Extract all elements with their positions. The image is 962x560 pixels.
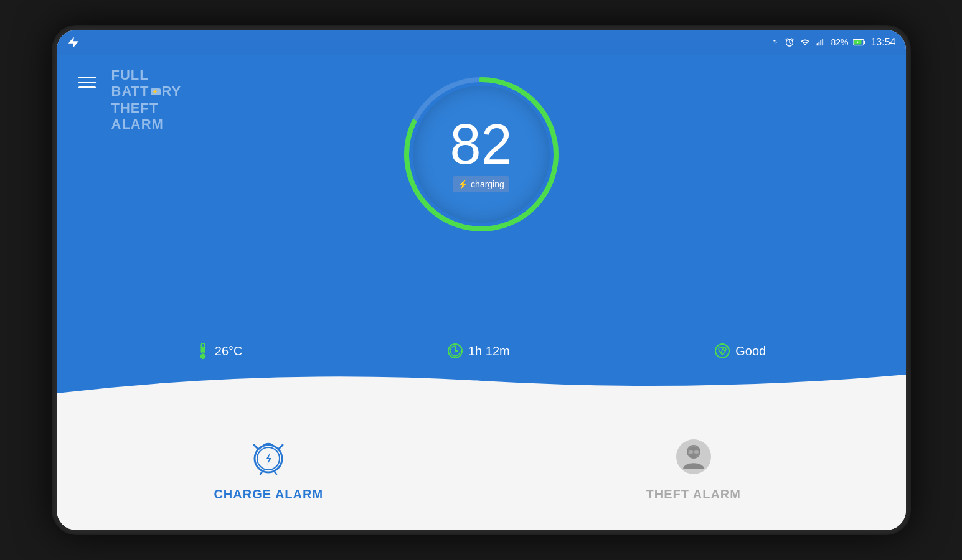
stats-row: 26°C 1h 12m — [57, 334, 906, 368]
app-status-icon — [67, 35, 80, 49]
gauge-inner: 82 ⚡ charging — [413, 86, 550, 223]
charge-alarm-button[interactable]: CHARGE ALARM — [57, 406, 482, 530]
svg-rect-1 — [819, 42, 820, 45]
svg-rect-27 — [694, 450, 699, 454]
main-area: FULL BATT ⚡ RY THEFT ALARM — [57, 55, 906, 406]
temperature-value: 26°C — [215, 344, 243, 358]
charge-alarm-svg — [247, 435, 290, 478]
theft-alarm-button[interactable]: THEFT ALARM — [481, 406, 906, 530]
status-bar: 82% 13:54 — [57, 30, 906, 55]
device-screen: 82% 13:54 — [57, 30, 906, 530]
plug-icon: ⚡ charging — [458, 179, 504, 189]
alarm-status-icon — [785, 37, 795, 47]
status-right: 82% 13:54 — [771, 37, 895, 48]
status-left — [67, 35, 80, 49]
device-frame: 82% 13:54 — [52, 25, 911, 535]
svg-rect-10 — [202, 347, 204, 352]
wifi-icon — [799, 38, 811, 47]
battery-percent-text: 82% — [831, 37, 848, 47]
top-section: FULL BATT ⚡ RY THEFT ALARM — [57, 55, 906, 334]
app-title-line4: ALARM — [111, 116, 182, 133]
svg-line-19 — [279, 445, 283, 449]
charge-alarm-icon — [247, 435, 290, 478]
svg-line-22 — [274, 471, 276, 474]
battery-gauge: 82 ⚡ charging — [394, 67, 568, 241]
hamburger-menu[interactable] — [75, 73, 99, 91]
menu-line-1 — [78, 77, 96, 78]
app-title-line2: BATT ⚡ RY — [111, 83, 182, 100]
theft-alarm-icon — [672, 435, 715, 478]
svg-rect-0 — [817, 43, 818, 45]
app-title-line3: THEFT — [111, 100, 182, 116]
health-value: Good — [735, 344, 766, 358]
battery-icon — [853, 39, 865, 46]
thermometer-icon — [196, 342, 210, 360]
app-title: FULL BATT ⚡ RY THEFT ALARM — [111, 67, 182, 133]
menu-line-2 — [78, 82, 96, 83]
menu-line-3 — [78, 86, 96, 88]
wave-divider — [57, 368, 906, 406]
svg-line-18 — [254, 445, 258, 449]
temperature-stat: 26°C — [196, 342, 243, 360]
signal-icon — [816, 38, 826, 47]
bottom-section: CHARGE ALARM — [57, 406, 906, 530]
bluetooth-icon — [771, 37, 780, 48]
charging-indicator: ⚡ charging — [453, 176, 509, 192]
time-text: 13:54 — [870, 37, 895, 48]
svg-line-21 — [260, 471, 263, 474]
svg-rect-26 — [689, 450, 693, 454]
battery-value: 82 — [450, 116, 512, 172]
svg-point-11 — [200, 353, 205, 359]
theft-alarm-svg — [672, 435, 715, 478]
time-value: 1h 12m — [468, 344, 510, 358]
svg-rect-3 — [823, 39, 824, 45]
time-stat: 1h 12m — [447, 343, 510, 359]
theft-alarm-label: THEFT ALARM — [646, 487, 741, 502]
app-title-line1: FULL — [111, 67, 182, 83]
svg-rect-5 — [864, 41, 865, 44]
timer-icon — [447, 343, 463, 359]
charge-alarm-label: CHARGE ALARM — [214, 487, 323, 502]
health-stat: Good — [714, 343, 766, 359]
svg-rect-2 — [821, 40, 822, 46]
health-icon — [714, 343, 730, 359]
